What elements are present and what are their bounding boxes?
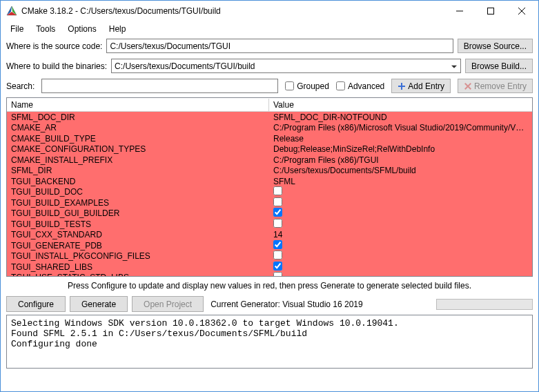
table-row[interactable]: CMAKE_BUILD_TYPERelease [7,133,532,144]
grouped-checkbox[interactable]: Grouped [285,81,329,91]
table-row[interactable]: TGUI_BUILD_GUI_BUILDER [7,208,532,219]
maximize-button[interactable] [475,1,506,21]
advanced-checkbox[interactable]: Advanced [336,81,384,91]
browse-build-button[interactable]: Browse Build... [465,59,533,73]
plus-icon [398,82,406,90]
table-row[interactable]: TGUI_BUILD_TESTS [7,219,532,230]
entry-name: SFML_DOC_DIR [7,112,269,122]
x-icon [464,82,472,90]
table-row[interactable]: SFML_DIRC:/Users/texus/Documents/SFML/bu… [7,166,532,177]
table-row[interactable]: TGUI_CXX_STANDARD14 [7,230,532,241]
entry-name: TGUI_BACKEND [7,177,269,186]
entry-value[interactable]: SFML_DOC_DIR-NOTFOUND [269,112,532,122]
svg-rect-5 [487,8,493,14]
menu-options[interactable]: Options [62,23,101,35]
entry-name: TGUI_USE_STATIC_STD_LIBS [7,273,269,276]
configure-button[interactable]: Configure [6,296,66,312]
entry-name: CMAKE_INSTALL_PREFIX [7,155,269,165]
close-button[interactable] [506,1,537,21]
current-generator-label: Current Generator: Visual Studio 16 2019 [210,300,363,309]
entry-checkbox[interactable] [273,197,282,206]
entry-value[interactable]: SFML [269,177,532,186]
table-row[interactable]: TGUI_BUILD_DOC [7,187,532,198]
column-name[interactable]: Name [7,99,269,111]
entry-value[interactable] [269,186,532,197]
entry-checkbox[interactable] [273,240,282,249]
entry-value[interactable] [269,251,532,262]
entry-checkbox[interactable] [273,219,282,228]
entry-value[interactable]: C:/Program Files (x86)/TGUI [269,155,532,165]
cache-table: Name Value SFML_DOC_DIRSFML_DOC_DIR-NOTF… [6,97,533,277]
table-row[interactable]: SFML_DOC_DIRSFML_DOC_DIR-NOTFOUND [7,112,532,123]
progress-bar [436,299,533,310]
entry-checkbox[interactable] [273,208,282,217]
entry-name: TGUI_BUILD_GUI_BUILDER [7,208,269,218]
table-row[interactable]: TGUI_BUILD_EXAMPLES [7,197,532,208]
table-row[interactable]: TGUI_SHARED_LIBS [7,262,532,273]
window-title: CMake 3.18.2 - C:/Users/texus/Documents/… [21,6,444,16]
entry-name: TGUI_GENERATE_PDB [7,241,269,251]
advanced-check-icon[interactable] [336,81,345,90]
menu-tools[interactable]: Tools [30,23,61,35]
entry-value[interactable]: Debug;Release;MinSizeRel;RelWithDebInfo [269,144,532,154]
entry-value[interactable]: Release [269,134,532,144]
minimize-button[interactable] [444,1,475,21]
open-project-button: Open Project [132,296,204,312]
entry-name: TGUI_BUILD_DOC [7,187,269,197]
entry-value[interactable] [269,262,532,273]
table-row[interactable]: CMAKE_INSTALL_PREFIXC:/Program Files (x8… [7,155,532,166]
entry-name: TGUI_BUILD_TESTS [7,219,269,229]
table-row[interactable]: TGUI_BACKENDSFML [7,176,532,187]
entry-value[interactable]: C:/Program Files (x86)/Microsoft Visual … [269,123,532,133]
entry-name: CMAKE_AR [7,123,269,133]
entry-checkbox[interactable] [273,262,282,271]
build-input[interactable] [111,59,461,73]
source-label: Where is the source code: [6,41,102,51]
generate-button[interactable]: Generate [70,296,128,312]
table-row[interactable]: TGUI_INSTALL_PKGCONFIG_FILES [7,251,532,262]
entry-checkbox[interactable] [273,251,282,259]
table-row[interactable]: CMAKE_CONFIGURATION_TYPESDebug;Release;M… [7,144,532,155]
entry-name: CMAKE_BUILD_TYPE [7,134,269,144]
entry-checkbox[interactable] [273,272,282,276]
output-log[interactable]: Selecting Windows SDK version 10.0.18362… [6,315,533,369]
table-row[interactable]: TGUI_GENERATE_PDB [7,240,532,251]
entry-value[interactable] [269,219,532,230]
table-row[interactable]: CMAKE_ARC:/Program Files (x86)/Microsoft… [7,123,532,134]
titlebar: CMake 3.18.2 - C:/Users/texus/Documents/… [1,1,538,21]
hint-text: Press Configure to update and display ne… [1,277,538,295]
table-row[interactable]: TGUI_USE_STATIC_STD_LIBS [7,273,532,277]
entry-value[interactable] [269,197,532,208]
entry-checkbox[interactable] [273,186,282,195]
browse-source-button[interactable]: Browse Source... [458,39,533,53]
entry-value[interactable]: 14 [269,230,532,239]
search-label: Search: [6,81,35,91]
menu-file[interactable]: File [5,23,29,35]
binaries-label: Where to build the binaries: [6,61,107,71]
entry-name: TGUI_INSTALL_PKGCONFIG_FILES [7,251,269,261]
menubar: File Tools Options Help [1,21,538,36]
remove-entry-button: Remove Entry [458,79,533,93]
add-entry-button[interactable]: Add Entry [391,79,451,93]
entry-name: TGUI_SHARED_LIBS [7,262,269,272]
entry-name: CMAKE_CONFIGURATION_TYPES [7,144,269,154]
cmake-logo-icon [6,6,17,17]
search-input[interactable] [41,79,278,93]
entry-name: TGUI_BUILD_EXAMPLES [7,198,269,208]
grouped-check-icon[interactable] [285,81,294,90]
entry-value[interactable] [269,208,532,219]
menu-help[interactable]: Help [104,23,132,35]
source-input[interactable] [106,39,453,53]
entry-value[interactable]: C:/Users/texus/Documents/SFML/build [269,166,532,175]
column-value[interactable]: Value [269,99,532,111]
entry-value[interactable] [269,240,532,251]
entry-name: TGUI_CXX_STANDARD [7,230,269,239]
entry-value[interactable] [269,272,532,276]
entry-name: SFML_DIR [7,166,269,175]
